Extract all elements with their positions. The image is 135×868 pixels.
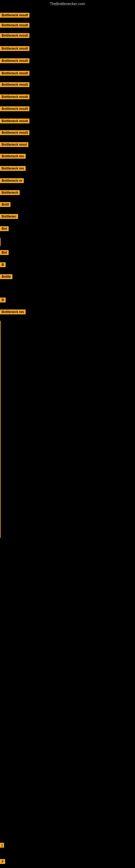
vertical-line-2 [0, 321, 1, 538]
bottleneck-result-badge-9[interactable]: Bottleneck result [0, 106, 30, 111]
badge-label-23: B [0, 298, 6, 303]
badge-label-25: | [0, 843, 4, 848]
bottleneck-result-badge-17[interactable]: Bottl [0, 202, 10, 207]
bottleneck-result-badge-12[interactable]: Bottleneck resul [0, 142, 28, 147]
bottleneck-result-badge-16[interactable]: Bottleneck [0, 190, 20, 195]
bottleneck-result-badge-24[interactable]: Bottleneck res [0, 309, 26, 314]
badge-label-7: Bottleneck result [0, 82, 30, 87]
bottleneck-result-badge-8[interactable]: Bottleneck result [0, 94, 30, 99]
badge-label-4: Bottleneck result [0, 46, 30, 51]
vertical-line-1 [0, 238, 1, 246]
badge-label-8: Bottleneck result [0, 94, 30, 99]
bottleneck-result-badge-22[interactable]: Bottle [0, 274, 12, 279]
badge-label-2: Bottleneck result [0, 23, 30, 28]
bottleneck-result-badge-18[interactable]: Bottlenec [0, 214, 18, 219]
bottleneck-result-badge-23[interactable]: B [0, 297, 6, 303]
bottleneck-result-badge-20[interactable]: Bot [0, 250, 9, 255]
badge-label-10: Bottleneck result [0, 119, 30, 123]
bottleneck-result-badge-21[interactable]: B [0, 262, 6, 267]
bottleneck-result-badge-13[interactable]: Bottleneck res [0, 154, 26, 159]
badge-label-22: Bottle [0, 274, 12, 279]
bottleneck-result-badge-10[interactable]: Bottleneck result [0, 118, 30, 123]
badge-label-12: Bottleneck resul [0, 142, 28, 147]
bottleneck-result-badge-3[interactable]: Bottleneck result [0, 33, 30, 38]
badge-label-3: Bottleneck result [0, 33, 30, 38]
badge-label-19: Bot [0, 226, 9, 231]
badge-label-13: Bottleneck res [0, 154, 26, 159]
bottleneck-result-badge-6[interactable]: Bottleneck result [0, 70, 30, 76]
badge-label-20: Bot [0, 250, 9, 255]
bottleneck-result-badge-2[interactable]: Bottleneck result [0, 23, 30, 28]
bottleneck-result-badge-7[interactable]: Bottleneck result [0, 82, 30, 87]
badge-label-14: Bottleneck res [0, 166, 26, 171]
badge-label-6: Bottleneck result [0, 71, 30, 76]
badge-label-9: Bottleneck result [0, 106, 30, 111]
bottleneck-result-badge-25[interactable]: | [0, 842, 4, 848]
site-title: TheBottlenecker.com [0, 0, 135, 7]
bottleneck-result-badge-1[interactable]: Bottleneck result [0, 12, 30, 18]
bottleneck-result-badge-19[interactable]: Bot [0, 226, 9, 231]
bottleneck-result-badge-15[interactable]: Bottleneck re [0, 178, 24, 183]
bottleneck-result-badge-4[interactable]: Bottleneck result [0, 46, 30, 51]
badge-label-15: Bottleneck re [0, 178, 24, 183]
bottleneck-result-badge-5[interactable]: Bottleneck result [0, 58, 30, 63]
badge-label-17: Bottl [0, 202, 10, 207]
bottleneck-result-badge-14[interactable]: Bottleneck res [0, 166, 26, 171]
badge-label-26: # [0, 859, 5, 864]
bottleneck-result-badge-11[interactable]: Bottleneck result [0, 130, 30, 135]
badge-label-11: Bottleneck result [0, 130, 30, 135]
badge-label-5: Bottleneck result [0, 58, 30, 63]
badge-label-24: Bottleneck res [0, 310, 26, 314]
badge-label-21: B [0, 262, 6, 267]
badge-label-18: Bottlenec [0, 214, 18, 219]
badge-label-16: Bottleneck [0, 190, 20, 195]
bottleneck-result-badge-26[interactable]: # [0, 859, 5, 864]
badge-label-1: Bottleneck result [0, 13, 30, 18]
